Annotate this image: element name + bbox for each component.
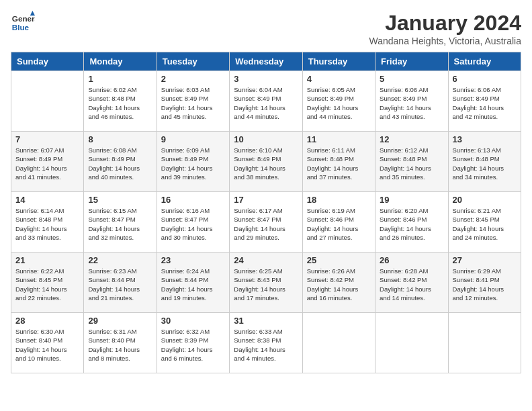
calendar-header-row: SundayMondayTuesdayWednesdayThursdayFrid…: [11, 52, 521, 71]
day-info: Sunrise: 6:33 AM Sunset: 8:38 PM Dayligh…: [234, 327, 298, 363]
calendar-cell: 15Sunrise: 6:15 AM Sunset: 8:47 PM Dayli…: [84, 192, 157, 253]
day-info: Sunrise: 6:06 AM Sunset: 8:49 PM Dayligh…: [380, 85, 443, 121]
calendar-cell: 13Sunrise: 6:13 AM Sunset: 8:48 PM Dayli…: [448, 132, 521, 192]
logo: General Blue: [11, 11, 35, 35]
day-number: 24: [234, 255, 298, 265]
day-number: 5: [380, 74, 443, 84]
calendar-week-2: 7Sunrise: 6:07 AM Sunset: 8:49 PM Daylig…: [11, 132, 521, 192]
day-header-saturday: Saturday: [448, 52, 521, 71]
day-info: Sunrise: 6:04 AM Sunset: 8:49 PM Dayligh…: [234, 85, 298, 121]
day-number: 23: [161, 255, 225, 265]
day-info: Sunrise: 6:10 AM Sunset: 8:49 PM Dayligh…: [234, 146, 298, 181]
day-info: Sunrise: 6:05 AM Sunset: 8:49 PM Dayligh…: [307, 85, 371, 121]
day-header-tuesday: Tuesday: [157, 52, 229, 71]
day-info: Sunrise: 6:24 AM Sunset: 8:44 PM Dayligh…: [161, 267, 225, 302]
day-number: 18: [307, 195, 371, 205]
calendar-week-1: 1Sunrise: 6:02 AM Sunset: 8:48 PM Daylig…: [11, 71, 521, 132]
day-number: 27: [453, 255, 517, 265]
calendar-cell: 1Sunrise: 6:02 AM Sunset: 8:48 PM Daylig…: [84, 71, 157, 132]
day-info: Sunrise: 6:12 AM Sunset: 8:48 PM Dayligh…: [380, 146, 443, 181]
day-number: 10: [234, 134, 298, 144]
day-info: Sunrise: 6:19 AM Sunset: 8:46 PM Dayligh…: [307, 206, 371, 242]
day-info: Sunrise: 6:03 AM Sunset: 8:49 PM Dayligh…: [161, 85, 225, 121]
calendar-cell: 7Sunrise: 6:07 AM Sunset: 8:49 PM Daylig…: [11, 132, 84, 192]
location-title: Wandana Heights, Victoria, Australia: [369, 36, 521, 46]
day-number: 11: [307, 134, 371, 144]
day-number: 31: [234, 316, 298, 326]
day-info: Sunrise: 6:30 AM Sunset: 8:40 PM Dayligh…: [15, 327, 79, 363]
calendar-cell: 16Sunrise: 6:16 AM Sunset: 8:47 PM Dayli…: [157, 192, 229, 253]
calendar-cell: 25Sunrise: 6:26 AM Sunset: 8:42 PM Dayli…: [302, 253, 375, 313]
day-number: 1: [88, 74, 152, 84]
calendar-cell: 28Sunrise: 6:30 AM Sunset: 8:40 PM Dayli…: [11, 313, 84, 373]
calendar-cell: [302, 313, 375, 373]
day-number: 22: [88, 255, 152, 265]
calendar-cell: 11Sunrise: 6:11 AM Sunset: 8:48 PM Dayli…: [302, 132, 375, 192]
calendar-body: 1Sunrise: 6:02 AM Sunset: 8:48 PM Daylig…: [11, 71, 521, 373]
calendar-cell: 19Sunrise: 6:20 AM Sunset: 8:46 PM Dayli…: [375, 192, 448, 253]
day-number: 14: [15, 195, 79, 205]
page-header: General Blue January 2024 Wandana Height…: [11, 11, 521, 46]
calendar-cell: 22Sunrise: 6:23 AM Sunset: 8:44 PM Dayli…: [84, 253, 157, 313]
day-info: Sunrise: 6:20 AM Sunset: 8:46 PM Dayligh…: [380, 206, 443, 242]
day-info: Sunrise: 6:31 AM Sunset: 8:40 PM Dayligh…: [88, 327, 152, 363]
day-header-friday: Friday: [375, 52, 448, 71]
day-number: 21: [15, 255, 79, 265]
day-info: Sunrise: 6:26 AM Sunset: 8:42 PM Dayligh…: [307, 267, 371, 302]
day-info: Sunrise: 6:23 AM Sunset: 8:44 PM Dayligh…: [88, 267, 152, 302]
calendar-cell: 18Sunrise: 6:19 AM Sunset: 8:46 PM Dayli…: [302, 192, 375, 253]
calendar-cell: 26Sunrise: 6:28 AM Sunset: 8:42 PM Dayli…: [375, 253, 448, 313]
day-info: Sunrise: 6:13 AM Sunset: 8:48 PM Dayligh…: [453, 146, 517, 181]
day-number: 25: [307, 255, 371, 265]
day-number: 12: [380, 134, 443, 144]
calendar-cell: [375, 313, 448, 373]
calendar-table: SundayMondayTuesdayWednesdayThursdayFrid…: [11, 52, 521, 373]
svg-marker-2: [30, 11, 35, 15]
svg-text:Blue: Blue: [12, 23, 30, 32]
calendar-cell: 24Sunrise: 6:25 AM Sunset: 8:43 PM Dayli…: [230, 253, 302, 313]
calendar-week-3: 14Sunrise: 6:14 AM Sunset: 8:48 PM Dayli…: [11, 192, 521, 253]
day-number: 9: [161, 134, 225, 144]
day-info: Sunrise: 6:08 AM Sunset: 8:49 PM Dayligh…: [88, 146, 152, 181]
day-info: Sunrise: 6:29 AM Sunset: 8:41 PM Dayligh…: [453, 267, 517, 302]
day-number: 13: [453, 134, 517, 144]
day-header-monday: Monday: [84, 52, 157, 71]
calendar-cell: 23Sunrise: 6:24 AM Sunset: 8:44 PM Dayli…: [157, 253, 229, 313]
day-number: 19: [380, 195, 443, 205]
day-number: 8: [88, 134, 152, 144]
day-number: 7: [15, 134, 79, 144]
calendar-cell: [448, 313, 521, 373]
calendar-cell: 21Sunrise: 6:22 AM Sunset: 8:45 PM Dayli…: [11, 253, 84, 313]
day-info: Sunrise: 6:02 AM Sunset: 8:48 PM Dayligh…: [88, 85, 152, 121]
calendar-week-5: 28Sunrise: 6:30 AM Sunset: 8:40 PM Dayli…: [11, 313, 521, 373]
title-block: January 2024 Wandana Heights, Victoria, …: [369, 11, 521, 46]
month-title: January 2024: [369, 11, 521, 36]
calendar-cell: 29Sunrise: 6:31 AM Sunset: 8:40 PM Dayli…: [84, 313, 157, 373]
calendar-cell: [11, 71, 84, 132]
calendar-cell: 20Sunrise: 6:21 AM Sunset: 8:45 PM Dayli…: [448, 192, 521, 253]
calendar-cell: 3Sunrise: 6:04 AM Sunset: 8:49 PM Daylig…: [230, 71, 302, 132]
day-number: 20: [453, 195, 517, 205]
day-info: Sunrise: 6:28 AM Sunset: 8:42 PM Dayligh…: [380, 267, 443, 302]
day-info: Sunrise: 6:21 AM Sunset: 8:45 PM Dayligh…: [453, 206, 517, 242]
day-number: 16: [161, 195, 225, 205]
day-info: Sunrise: 6:22 AM Sunset: 8:45 PM Dayligh…: [15, 267, 79, 302]
calendar-cell: 27Sunrise: 6:29 AM Sunset: 8:41 PM Dayli…: [448, 253, 521, 313]
day-header-wednesday: Wednesday: [230, 52, 302, 71]
logo-icon: General Blue: [11, 11, 35, 35]
calendar-cell: 17Sunrise: 6:17 AM Sunset: 8:47 PM Dayli…: [230, 192, 302, 253]
calendar-cell: 2Sunrise: 6:03 AM Sunset: 8:49 PM Daylig…: [157, 71, 229, 132]
calendar-cell: 31Sunrise: 6:33 AM Sunset: 8:38 PM Dayli…: [230, 313, 302, 373]
day-info: Sunrise: 6:25 AM Sunset: 8:43 PM Dayligh…: [234, 267, 298, 302]
calendar-cell: 5Sunrise: 6:06 AM Sunset: 8:49 PM Daylig…: [375, 71, 448, 132]
day-info: Sunrise: 6:17 AM Sunset: 8:47 PM Dayligh…: [234, 206, 298, 242]
calendar-cell: 14Sunrise: 6:14 AM Sunset: 8:48 PM Dayli…: [11, 192, 84, 253]
day-info: Sunrise: 6:16 AM Sunset: 8:47 PM Dayligh…: [161, 206, 225, 242]
day-number: 29: [88, 316, 152, 326]
day-info: Sunrise: 6:07 AM Sunset: 8:49 PM Dayligh…: [15, 146, 79, 181]
day-number: 2: [161, 74, 225, 84]
day-number: 17: [234, 195, 298, 205]
day-info: Sunrise: 6:32 AM Sunset: 8:39 PM Dayligh…: [161, 327, 225, 363]
calendar-cell: 12Sunrise: 6:12 AM Sunset: 8:48 PM Dayli…: [375, 132, 448, 192]
calendar-cell: 30Sunrise: 6:32 AM Sunset: 8:39 PM Dayli…: [157, 313, 229, 373]
